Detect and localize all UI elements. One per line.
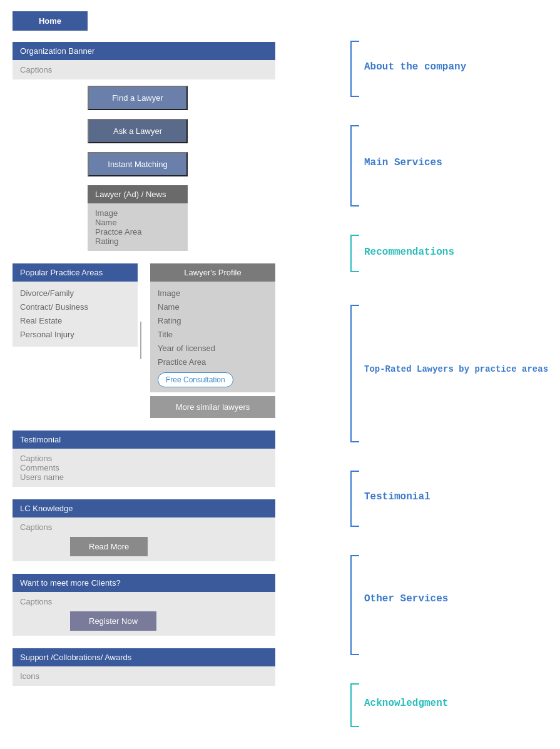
lawyer-ad-section: Lawyer (Ad) / News Image Name Practce Ar…: [13, 185, 275, 251]
lc-knowledge-captions-wrap: Captions Read More: [13, 517, 275, 561]
lawyer-ad-rating: Rating: [95, 237, 180, 246]
testimonial-users-name: Users name: [20, 472, 268, 482]
nav-buttons-group: Find a Lawyer Ask a Lawyer Instant Match…: [13, 86, 275, 176]
profile-rating: Rating: [158, 314, 268, 328]
right-main-services-section: Main Services: [350, 122, 551, 206]
popular-practice-header: Popular Practice Areas: [13, 263, 138, 282]
popular-practice-body: Divorce/Family Contract/ Business Real E…: [13, 282, 138, 347]
find-lawyer-button[interactable]: Find a Lawyer: [88, 86, 188, 110]
left-column: Home Organization Banner Captions Find a…: [13, 6, 275, 690]
connector-line: [140, 322, 141, 359]
right-acknowledgment-section: Acknowledgment: [350, 680, 551, 728]
support-section: Support /Collobrations/ Awards Icons: [13, 648, 275, 686]
testimonial-header: Testimonial: [13, 431, 275, 449]
lawyer-ad-image: Image: [95, 208, 180, 218]
main-services-bracket: [350, 125, 359, 206]
org-banner-header: Organization Banner: [13, 42, 275, 60]
right-other-services-section: Other Services: [350, 552, 551, 655]
support-body: Icons: [13, 666, 275, 686]
top-rated-label: Top-Rated Lawyers by practice areas: [364, 358, 548, 374]
lawyer-profile-section: Lawyer's Profile Image Name Rating Title…: [150, 263, 275, 418]
lc-knowledge-header: LC Knowledge: [13, 499, 275, 517]
profile-image: Image: [158, 287, 268, 300]
right-top-rated-section: Top-Rated Lawyers by practice areas: [350, 302, 551, 442]
right-about-section: About the company: [350, 38, 551, 97]
more-similar-button[interactable]: More similar lawyers: [150, 396, 275, 418]
popular-practice-section: Popular Practice Areas Divorce/Family Co…: [13, 263, 138, 347]
support-icons: Icons: [20, 671, 268, 681]
want-clients-captions: Captions: [20, 597, 268, 606]
right-testimonial-section: Testimonial: [350, 467, 551, 527]
testimonial-body: Captions Comments Users name: [13, 449, 275, 487]
home-button[interactable]: Home: [13, 11, 88, 31]
want-clients-body: Captions Register Now: [13, 592, 275, 636]
register-now-button[interactable]: Register Now: [70, 611, 156, 631]
other-services-bracket: [350, 555, 359, 655]
right-recommendations-section: Recommendations: [350, 232, 551, 277]
testimonial-captions: Captions: [20, 454, 268, 463]
acknowledgment-bracket: [350, 683, 359, 727]
lawyer-profile-header: Lawyer's Profile: [150, 263, 275, 282]
testimonial-comments: Comments: [20, 463, 268, 472]
org-banner-section: Organization Banner Captions: [13, 42, 275, 79]
acknowledgment-label: Acknowledgment: [364, 691, 448, 709]
profile-year-licensed: Year of licensed: [158, 342, 268, 355]
practice-item-real-estate: Real Estate: [20, 314, 130, 328]
right-column: About the company Main Services Recommen…: [350, 38, 551, 749]
profile-practice-area: Practice Area: [158, 355, 268, 369]
practice-item-contract: Contract/ Business: [20, 300, 130, 314]
want-clients-section: Want to meet more Clients? Captions Regi…: [13, 574, 275, 636]
profile-title: Title: [158, 328, 268, 342]
read-more-button[interactable]: Read More: [70, 537, 148, 556]
lc-knowledge-section: LC Knowledge Captions Read More: [13, 499, 275, 561]
free-consultation-button[interactable]: Free Consultation: [158, 372, 233, 387]
about-company-label: About the company: [364, 55, 466, 73]
top-rated-bracket: [350, 305, 359, 442]
lawyer-ad-practice-area: Practce Area: [95, 227, 180, 237]
recommendations-bracket: [350, 235, 359, 272]
support-header: Support /Collobrations/ Awards: [13, 648, 275, 666]
lawyer-ad-body: Image Name Practce Area Rating: [88, 203, 188, 251]
lawyer-ad-header: Lawyer (Ad) / News: [88, 185, 188, 203]
practice-item-personal-injury: Personal Injury: [20, 328, 130, 342]
about-bracket: [350, 41, 359, 97]
recommendations-label: Recommendations: [364, 240, 454, 258]
ask-lawyer-button[interactable]: Ask a Lawyer: [88, 119, 188, 143]
profile-name: Name: [158, 300, 268, 314]
practice-profile-row: Popular Practice Areas Divorce/Family Co…: [13, 263, 275, 418]
testimonial-right-label: Testimonial: [364, 485, 430, 502]
lc-knowledge-captions: Captions: [20, 522, 268, 532]
practice-item-divorce: Divorce/Family: [20, 287, 130, 300]
other-services-label: Other Services: [364, 587, 448, 604]
want-clients-header: Want to meet more Clients?: [13, 574, 275, 592]
testimonial-section: Testimonial Captions Comments Users name: [13, 431, 275, 487]
lawyer-profile-body: Image Name Rating Title Year of licensed…: [150, 282, 275, 392]
org-banner-captions: Captions: [13, 60, 275, 79]
testimonial-bracket: [350, 471, 359, 527]
instant-matching-button[interactable]: Instant Matching: [88, 152, 188, 176]
main-services-label: Main Services: [364, 151, 442, 168]
lawyer-ad-name: Name: [95, 218, 180, 227]
